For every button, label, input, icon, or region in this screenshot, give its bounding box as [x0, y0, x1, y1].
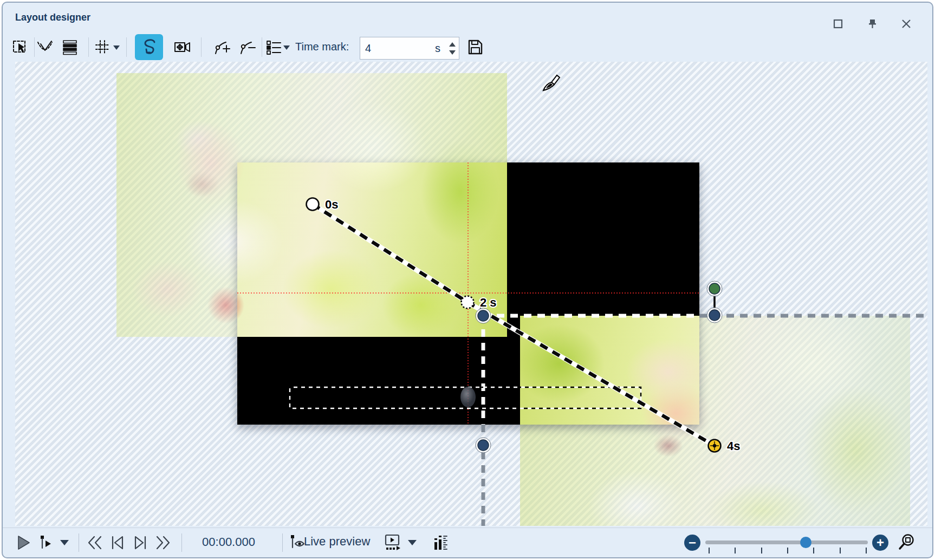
- save-button[interactable]: [463, 34, 487, 60]
- zoom-slider-track[interactable]: [705, 541, 868, 544]
- remove-curve-point-icon: [238, 38, 257, 56]
- layer-order-button[interactable]: [58, 34, 82, 60]
- zoom-slider-thumb[interactable]: [800, 537, 811, 548]
- keyframe-list-dropdown-caret[interactable]: [283, 45, 290, 50]
- statistics-button[interactable]: [430, 531, 451, 554]
- window-title: Layout designer: [15, 12, 90, 23]
- s-curve-icon: [140, 37, 158, 57]
- save-icon: [466, 38, 484, 56]
- toolbar: Time mark: s: [3, 32, 932, 62]
- time-mark-field: s: [360, 37, 459, 60]
- select-tool-button[interactable]: [8, 34, 32, 60]
- titlebar: Layout designer: [3, 3, 932, 33]
- pin-button[interactable]: [863, 16, 882, 32]
- frame-edge-handle-blue-bottom[interactable]: [476, 438, 491, 453]
- skip-to-start-button[interactable]: [107, 531, 128, 554]
- play-from-marker-icon: [37, 534, 55, 551]
- layout-designer-window: Layout designer: [2, 2, 933, 558]
- curve-select-icon: [36, 38, 54, 56]
- present-window-icon: [384, 533, 402, 552]
- play-button[interactable]: [12, 531, 34, 554]
- zoom-to-fit-icon: [897, 533, 916, 552]
- zoom-out-button[interactable]: −: [684, 535, 700, 551]
- toolbar-separator: [88, 37, 89, 57]
- present-options-caret[interactable]: [408, 540, 417, 545]
- camera-pan-icon: [173, 38, 192, 56]
- time-mark-label: Time mark:: [295, 41, 349, 53]
- toolbar-separator: [201, 37, 202, 57]
- add-curve-point-button[interactable]: [210, 34, 234, 60]
- layer-order-icon: [61, 38, 79, 56]
- grid-icon: [94, 38, 111, 56]
- time-display: 00:00.000: [193, 535, 264, 549]
- camera-pan-button[interactable]: [171, 34, 194, 60]
- play-icon: [15, 535, 31, 551]
- statistics-icon: [432, 533, 449, 552]
- draw-motion-path-button[interactable]: [135, 34, 163, 60]
- remove-curve-point-button[interactable]: [236, 34, 259, 60]
- transport-separator: [79, 533, 79, 552]
- close-button[interactable]: [897, 16, 915, 32]
- play-options-caret[interactable]: [60, 540, 69, 545]
- transport-separator: [181, 533, 182, 552]
- frame-edge-handle-green[interactable]: [707, 281, 722, 296]
- keyframe-list-button[interactable]: [262, 34, 285, 60]
- minus-icon: −: [689, 536, 696, 549]
- spinner-up-icon[interactable]: [449, 42, 456, 47]
- curve-select-button[interactable]: [33, 34, 57, 60]
- fast-rewind-icon: [86, 535, 103, 551]
- fast-rewind-button[interactable]: [84, 531, 106, 554]
- grid-dropdown-caret[interactable]: [113, 45, 120, 50]
- maximize-button[interactable]: [829, 16, 847, 32]
- transport-bar: 00:00.000 Live preview: [3, 528, 932, 557]
- select-tool-icon: [11, 38, 29, 56]
- transport-separator: [282, 533, 283, 552]
- zoom-slider-ticks: [709, 548, 867, 554]
- live-preview-label: Live preview: [304, 535, 370, 549]
- skip-to-end-button[interactable]: [129, 531, 151, 554]
- time-mark-input[interactable]: [360, 42, 435, 55]
- spinner-down-icon[interactable]: [449, 50, 456, 55]
- keyframe-list-icon: [265, 38, 282, 56]
- time-mark-unit: s: [435, 42, 446, 55]
- plus-icon: +: [876, 536, 884, 549]
- fast-forward-icon: [154, 535, 172, 551]
- time-mark-spinner[interactable]: [446, 38, 459, 58]
- zoom-to-fit-button[interactable]: [895, 531, 917, 554]
- toolbar-separator: [126, 37, 127, 57]
- skip-to-end-icon: [132, 535, 149, 551]
- play-from-marker-button[interactable]: [35, 531, 57, 554]
- layout-canvas[interactable]: 0s 2 s 4s: [15, 62, 927, 526]
- grid-button[interactable]: [90, 34, 114, 60]
- add-curve-point-icon: [213, 38, 231, 56]
- skip-to-start-icon: [109, 535, 126, 551]
- pin-icon: [867, 18, 879, 30]
- present-window-button[interactable]: [382, 531, 404, 554]
- close-icon: [900, 18, 912, 30]
- zoom-in-button[interactable]: +: [872, 535, 888, 551]
- fast-forward-button[interactable]: [152, 531, 174, 554]
- paintbrush-cursor: [543, 75, 560, 90]
- maximize-icon: [832, 18, 844, 30]
